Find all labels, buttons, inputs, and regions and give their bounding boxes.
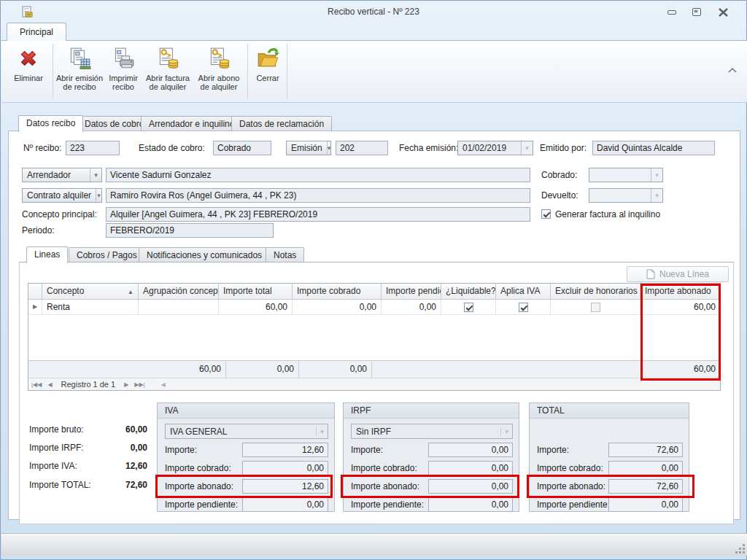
tab-cobros-pagos[interactable]: Cobros / Pagos (69, 247, 145, 262)
generar-factura-label: Generar factura al inquilino (555, 207, 660, 222)
ribbon-separator (287, 44, 287, 99)
chevron-down-icon: ▾ (651, 189, 662, 202)
num-recibo-label: Nº recibo: (23, 141, 61, 155)
total-importe-field[interactable]: 72,60 (608, 443, 683, 457)
prev-record-button[interactable]: ◀ (44, 381, 55, 388)
emitido-por-field[interactable]: David Quintas Alcalde (592, 141, 715, 155)
cell-importe-cobrado[interactable]: 0,00 (293, 300, 382, 314)
iva-importe-field[interactable]: 12,60 (242, 443, 328, 457)
eliminar-button[interactable]: Eliminar (7, 44, 50, 101)
cobrado-combo[interactable]: ▾ (589, 168, 663, 182)
total-panel-title: TOTAL (530, 403, 689, 419)
arrendador-combo[interactable]: Arrendador ▾ (22, 168, 102, 182)
lines-grid: Concepto▲ Agrupación concepto Importe to… (28, 283, 721, 391)
column-header-importe-pendiente[interactable]: Importe pendiente (382, 284, 441, 299)
importe-iva-label: Importe IVA: (29, 461, 77, 471)
column-header-agrupacion[interactable]: Agrupación concepto (139, 284, 219, 299)
cell-aplica-iva[interactable] (496, 300, 551, 314)
next-record-button[interactable]: ▶ (121, 381, 131, 388)
minimize-button[interactable] (662, 6, 682, 18)
emision-combo[interactable]: Emisión ▾ (286, 141, 331, 155)
abrir-emision-button[interactable]: Abrir emisión de recibo (53, 44, 107, 101)
cell-importe-abonado[interactable]: 60,00 (640, 300, 720, 314)
cell-importe-pendiente[interactable]: 0,00 (382, 300, 441, 314)
footer-importe-total: 60,00 (28, 361, 226, 378)
iva-select[interactable]: IVA GENERAL ▾ (165, 424, 328, 439)
close-folder-icon (255, 46, 280, 71)
column-header-importe-total[interactable]: Importe total (219, 284, 293, 299)
tab-notas[interactable]: Notas (266, 247, 304, 262)
cell-agrupacion[interactable] (139, 300, 219, 314)
estado-cobro-field[interactable]: Cobrado (213, 141, 271, 155)
irpf-importe-pendiente-field[interactable]: 0,00 (428, 497, 513, 512)
column-header-excluir-honorarios[interactable]: Excluir de honorarios (551, 284, 640, 299)
fecha-emision-field[interactable]: 01/02/2019 ▾ (457, 141, 533, 155)
collapse-ribbon-icon[interactable] (727, 66, 738, 76)
irpf-importe-cobrado-field[interactable]: 0,00 (428, 461, 513, 475)
cell-liquidable[interactable] (441, 300, 496, 314)
first-record-button[interactable]: |◀◀ (28, 381, 44, 388)
tab-datos-recibo[interactable]: Datos recibo (18, 115, 83, 132)
tab-lineas[interactable]: Lineas (26, 246, 68, 263)
aplica-iva-checkbox[interactable] (519, 303, 528, 312)
chevron-down-icon: ▾ (500, 428, 512, 435)
tab-datos-reclamacion[interactable]: Datos de reclamación (231, 116, 332, 131)
column-header-importe-abonado[interactable]: Importe abonado (640, 284, 720, 299)
excluir-honorarios-checkbox[interactable] (591, 303, 600, 312)
table-row[interactable]: ▶ Renta 60,00 0,00 0,00 60,00 (28, 300, 720, 315)
hscroll-left-arrow[interactable]: ◀ (158, 381, 169, 388)
importe-bruto-value: 60,00 (96, 424, 147, 435)
contrato-alquiler-combo[interactable]: Contrato alquiler ▾ (22, 188, 102, 203)
generar-factura-checkbox[interactable] (541, 209, 551, 219)
devuelto-combo[interactable]: ▾ (589, 188, 663, 203)
column-header-aplica-iva[interactable]: Aplica IVA (496, 284, 551, 299)
periodo-field[interactable]: FEBRERO/2019 (106, 223, 274, 238)
total-importe-abonado-field[interactable]: 72,60 (608, 479, 683, 494)
contrato-alquiler-field[interactable]: Ramiro Rovira Ros (Angel Guimera, 44 , P… (106, 188, 530, 203)
ribbon-tab-principal[interactable]: Principal (7, 23, 66, 41)
concepto-principal-field[interactable]: Alquiler [Angel Guimera, 44 , PK 23] FEB… (106, 207, 530, 222)
tab-notificaciones[interactable]: Notificaciones y comunicados (139, 247, 270, 262)
column-header-liquidable[interactable]: ¿Liquidable? (441, 284, 496, 299)
iva-importe-pendiente-field[interactable]: 0,00 (242, 497, 328, 512)
liquidable-checkbox[interactable] (464, 303, 473, 312)
minimize-icon (667, 10, 676, 15)
importe-irpf-label: Importe IRPF: (29, 443, 84, 453)
nueva-linea-button[interactable]: Nueva Línea (627, 266, 729, 282)
irpf-panel-title: IRPF (344, 403, 519, 419)
irpf-importe-abonado-field[interactable]: 0,00 (428, 479, 513, 494)
irpf-importe-field[interactable]: 0,00 (428, 443, 513, 457)
imprimir-recibo-button[interactable]: Imprimir recibo (104, 44, 142, 101)
chevron-down-icon: ▾ (651, 168, 662, 182)
close-button[interactable] (713, 6, 733, 18)
open-receipt-emission-icon (67, 46, 92, 71)
emitido-por-label: Emitido por: (540, 141, 587, 155)
column-header-importe-cobrado[interactable]: Importe cobrado (293, 284, 382, 299)
chevron-down-icon: ▾ (327, 141, 331, 155)
resize-grip[interactable] (735, 543, 745, 553)
importe-total-label: Importe TOTAL: (29, 480, 91, 490)
emision-numero-field[interactable]: 202 (336, 141, 388, 155)
last-record-button[interactable]: ▶▶| (131, 381, 147, 388)
chevron-down-icon: ▾ (90, 168, 101, 182)
row-indicator: ▶ (28, 300, 42, 314)
grid-header: Concepto▲ Agrupación concepto Importe to… (28, 284, 720, 300)
total-importe-cobrado-field[interactable]: 0,00 (608, 461, 683, 475)
cell-excluir-honorarios[interactable] (551, 300, 640, 314)
app-window: Recibo vertical - Nº 223 Principal Elimi… (0, 0, 747, 560)
total-importe-pendiente-field[interactable]: 0,00 (608, 497, 683, 512)
irpf-select[interactable]: Sin IRPF ▾ (351, 424, 513, 439)
cerrar-button[interactable]: Cerrar (250, 44, 285, 101)
iva-importe-abonado-field[interactable]: 12,60 (242, 479, 328, 494)
tab-arrendador-inquilino[interactable]: Arrendador e inquilino (141, 116, 242, 131)
abrir-factura-button[interactable]: Abrir factura de alquiler (144, 44, 192, 101)
column-header-concepto[interactable]: Concepto▲ (42, 284, 139, 299)
num-recibo-field[interactable]: 223 (66, 141, 120, 155)
abrir-abono-button[interactable]: Abrir abono de alquiler (193, 44, 244, 101)
iva-importe-cobrado-field[interactable]: 0,00 (242, 461, 328, 475)
arrendador-field[interactable]: Vicente Sadurni Gonzalez (106, 168, 530, 182)
cell-concepto[interactable]: Renta (42, 300, 139, 314)
restore-button[interactable] (686, 6, 707, 18)
cell-importe-total[interactable]: 60,00 (219, 300, 293, 314)
delete-icon (16, 46, 41, 71)
